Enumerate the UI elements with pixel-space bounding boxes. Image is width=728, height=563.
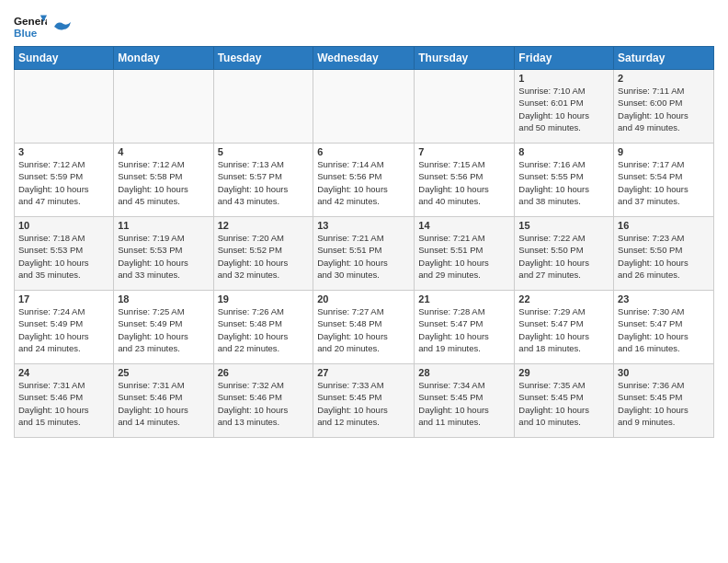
weekday-header-tuesday: Tuesday: [213, 47, 313, 70]
logo-bird-icon: [52, 20, 71, 33]
day-info: Sunrise: 7:17 AM Sunset: 5:54 PM Dayligh…: [618, 158, 710, 207]
day-info: Sunrise: 7:13 AM Sunset: 5:57 PM Dayligh…: [218, 158, 310, 207]
day-cell: 3Sunrise: 7:12 AM Sunset: 5:59 PM Daylig…: [15, 144, 114, 217]
svg-text:Blue: Blue: [14, 27, 38, 39]
day-info: Sunrise: 7:25 AM Sunset: 5:49 PM Dayligh…: [118, 305, 209, 354]
week-row-4: 17Sunrise: 7:24 AM Sunset: 5:49 PM Dayli…: [15, 291, 714, 364]
day-info: Sunrise: 7:11 AM Sunset: 6:00 PM Dayligh…: [618, 85, 710, 133]
weekday-header-monday: Monday: [114, 47, 213, 70]
logo: General Blue: [14, 13, 71, 40]
day-cell: [15, 70, 114, 144]
day-number: 13: [317, 220, 410, 231]
day-info: Sunrise: 7:21 AM Sunset: 5:51 PM Dayligh…: [418, 232, 510, 281]
calendar-table: SundayMondayTuesdayWednesdayThursdayFrid…: [14, 46, 714, 438]
day-cell: 23Sunrise: 7:30 AM Sunset: 5:47 PM Dayli…: [614, 291, 714, 364]
day-number: 28: [418, 367, 510, 378]
day-cell: 4Sunrise: 7:12 AM Sunset: 5:58 PM Daylig…: [114, 144, 213, 217]
day-number: 16: [618, 220, 710, 231]
day-number: 7: [418, 146, 510, 157]
day-info: Sunrise: 7:20 AM Sunset: 5:52 PM Dayligh…: [218, 232, 310, 281]
day-info: Sunrise: 7:35 AM Sunset: 5:45 PM Dayligh…: [518, 379, 609, 428]
day-number: 25: [118, 367, 209, 378]
day-number: 8: [518, 146, 609, 157]
day-info: Sunrise: 7:28 AM Sunset: 5:47 PM Dayligh…: [418, 305, 510, 354]
week-row-1: 1Sunrise: 7:10 AM Sunset: 6:01 PM Daylig…: [15, 70, 714, 144]
day-info: Sunrise: 7:33 AM Sunset: 5:45 PM Dayligh…: [317, 379, 410, 428]
day-cell: 18Sunrise: 7:25 AM Sunset: 5:49 PM Dayli…: [114, 291, 213, 364]
day-number: 26: [218, 367, 310, 378]
day-info: Sunrise: 7:26 AM Sunset: 5:48 PM Dayligh…: [218, 305, 310, 354]
day-info: Sunrise: 7:23 AM Sunset: 5:50 PM Dayligh…: [618, 232, 710, 281]
day-info: Sunrise: 7:19 AM Sunset: 5:53 PM Dayligh…: [118, 232, 209, 281]
day-number: 5: [218, 146, 310, 157]
day-number: 20: [317, 293, 410, 304]
day-info: Sunrise: 7:12 AM Sunset: 5:59 PM Dayligh…: [18, 158, 109, 207]
weekday-header-thursday: Thursday: [415, 47, 515, 70]
day-number: 19: [218, 293, 310, 304]
day-cell: 11Sunrise: 7:19 AM Sunset: 5:53 PM Dayli…: [114, 217, 213, 291]
week-row-2: 3Sunrise: 7:12 AM Sunset: 5:59 PM Daylig…: [15, 144, 714, 217]
day-cell: 14Sunrise: 7:21 AM Sunset: 5:51 PM Dayli…: [415, 217, 515, 291]
day-cell: [313, 70, 415, 144]
day-number: 10: [18, 220, 109, 231]
day-cell: 25Sunrise: 7:31 AM Sunset: 5:46 PM Dayli…: [114, 364, 213, 438]
day-info: Sunrise: 7:21 AM Sunset: 5:51 PM Dayligh…: [317, 232, 410, 281]
day-number: 2: [618, 73, 710, 84]
weekday-header-wednesday: Wednesday: [313, 47, 415, 70]
header: General Blue: [14, 9, 714, 40]
day-number: 21: [418, 293, 510, 304]
day-cell: 30Sunrise: 7:36 AM Sunset: 5:45 PM Dayli…: [614, 364, 714, 438]
day-cell: 6Sunrise: 7:14 AM Sunset: 5:56 PM Daylig…: [313, 144, 415, 217]
weekday-header-sunday: Sunday: [15, 47, 114, 70]
day-cell: 22Sunrise: 7:29 AM Sunset: 5:47 PM Dayli…: [515, 291, 614, 364]
weekday-header-row: SundayMondayTuesdayWednesdayThursdayFrid…: [15, 47, 714, 70]
day-info: Sunrise: 7:12 AM Sunset: 5:58 PM Dayligh…: [118, 158, 209, 207]
day-cell: 9Sunrise: 7:17 AM Sunset: 5:54 PM Daylig…: [614, 144, 714, 217]
day-info: Sunrise: 7:30 AM Sunset: 5:47 PM Dayligh…: [618, 305, 710, 354]
day-cell: 7Sunrise: 7:15 AM Sunset: 5:56 PM Daylig…: [415, 144, 515, 217]
week-row-3: 10Sunrise: 7:18 AM Sunset: 5:53 PM Dayli…: [15, 217, 714, 291]
day-number: 15: [518, 220, 609, 231]
logo-icon: General Blue: [14, 13, 47, 40]
day-cell: 16Sunrise: 7:23 AM Sunset: 5:50 PM Dayli…: [614, 217, 714, 291]
day-number: 1: [518, 73, 609, 84]
day-number: 9: [618, 146, 710, 157]
day-number: 17: [18, 293, 109, 304]
day-number: 18: [118, 293, 209, 304]
day-cell: 26Sunrise: 7:32 AM Sunset: 5:46 PM Dayli…: [213, 364, 313, 438]
day-cell: 13Sunrise: 7:21 AM Sunset: 5:51 PM Dayli…: [313, 217, 415, 291]
day-info: Sunrise: 7:24 AM Sunset: 5:49 PM Dayligh…: [18, 305, 109, 354]
day-info: Sunrise: 7:31 AM Sunset: 5:46 PM Dayligh…: [118, 379, 209, 428]
day-number: 29: [518, 367, 609, 378]
day-cell: 21Sunrise: 7:28 AM Sunset: 5:47 PM Dayli…: [415, 291, 515, 364]
day-info: Sunrise: 7:10 AM Sunset: 6:01 PM Dayligh…: [518, 85, 609, 133]
calendar-page: General Blue SundayMondayTuesdayWed: [0, 0, 728, 452]
day-info: Sunrise: 7:15 AM Sunset: 5:56 PM Dayligh…: [418, 158, 510, 207]
day-info: Sunrise: 7:29 AM Sunset: 5:47 PM Dayligh…: [518, 305, 609, 354]
day-info: Sunrise: 7:31 AM Sunset: 5:46 PM Dayligh…: [18, 379, 109, 428]
day-info: Sunrise: 7:22 AM Sunset: 5:50 PM Dayligh…: [518, 232, 609, 281]
day-cell: 20Sunrise: 7:27 AM Sunset: 5:48 PM Dayli…: [313, 291, 415, 364]
day-info: Sunrise: 7:14 AM Sunset: 5:56 PM Dayligh…: [317, 158, 410, 207]
day-number: 3: [18, 146, 109, 157]
day-cell: 27Sunrise: 7:33 AM Sunset: 5:45 PM Dayli…: [313, 364, 415, 438]
day-number: 22: [518, 293, 609, 304]
day-number: 11: [118, 220, 209, 231]
day-number: 24: [18, 367, 109, 378]
day-cell: 28Sunrise: 7:34 AM Sunset: 5:45 PM Dayli…: [415, 364, 515, 438]
day-number: 4: [118, 146, 209, 157]
day-info: Sunrise: 7:34 AM Sunset: 5:45 PM Dayligh…: [418, 379, 510, 428]
day-number: 30: [618, 367, 710, 378]
day-cell: 2Sunrise: 7:11 AM Sunset: 6:00 PM Daylig…: [614, 70, 714, 144]
day-cell: [114, 70, 213, 144]
day-cell: 12Sunrise: 7:20 AM Sunset: 5:52 PM Dayli…: [213, 217, 313, 291]
day-cell: 24Sunrise: 7:31 AM Sunset: 5:46 PM Dayli…: [15, 364, 114, 438]
day-number: 14: [418, 220, 510, 231]
day-info: Sunrise: 7:27 AM Sunset: 5:48 PM Dayligh…: [317, 305, 410, 354]
day-info: Sunrise: 7:36 AM Sunset: 5:45 PM Dayligh…: [618, 379, 710, 428]
day-number: 6: [317, 146, 410, 157]
day-cell: 17Sunrise: 7:24 AM Sunset: 5:49 PM Dayli…: [15, 291, 114, 364]
weekday-header-friday: Friday: [515, 47, 614, 70]
week-row-5: 24Sunrise: 7:31 AM Sunset: 5:46 PM Dayli…: [15, 364, 714, 438]
day-cell: 29Sunrise: 7:35 AM Sunset: 5:45 PM Dayli…: [515, 364, 614, 438]
